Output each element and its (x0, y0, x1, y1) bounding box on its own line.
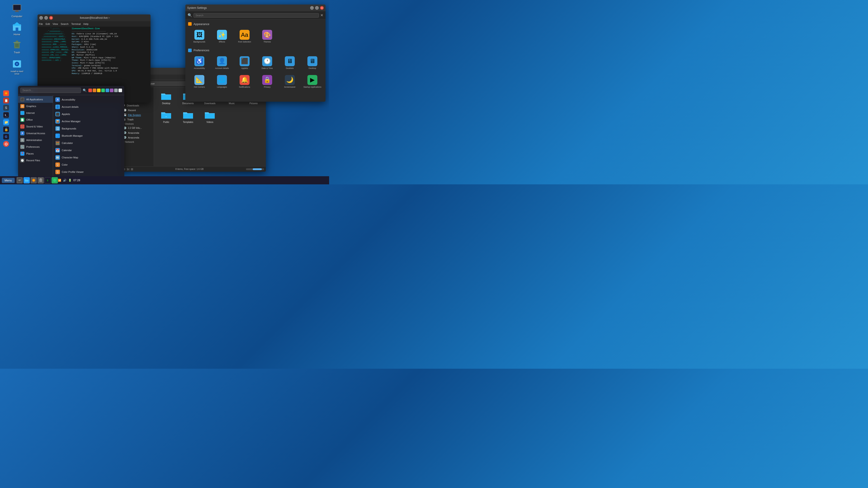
taskbar-icon-clipboard[interactable] (37, 177, 44, 184)
ss-item-startup-apps[interactable]: ▶ Startup Applications (302, 73, 323, 90)
sidebar-terminal-icon[interactable]: $_ (3, 112, 9, 118)
terminal-minimize-btn[interactable]: — (39, 16, 43, 20)
fm-folder-public[interactable]: ↔ Public (157, 109, 176, 125)
ss-close-btn[interactable]: ✕ (320, 6, 324, 10)
cat-graphics[interactable]: 🖼 Graphics (18, 103, 53, 109)
ss-item-privacy[interactable]: 🔒 Privacy (257, 73, 278, 90)
terminal-menu-help[interactable]: Help (84, 23, 89, 25)
ss-item-applets[interactable]: ⬛ Applets (234, 55, 255, 71)
app-item-account-details[interactable]: 👤 Account details (53, 103, 124, 110)
app-menu-search-input[interactable] (20, 88, 81, 93)
taskbar-icon-terminal[interactable]: $ (44, 177, 51, 184)
ss-item-screensaver[interactable]: 🌙 Screensaver (279, 73, 300, 90)
ss-search-icon: 🔍 (188, 13, 192, 18)
ss-item-font-selection[interactable]: Aa Font Selection (234, 28, 255, 45)
desktop-icon-install[interactable]: Install to Hard Drive (8, 58, 26, 76)
ss-item-desklets[interactable]: 🖥 Desklets (279, 55, 300, 71)
taskbar-icon-files[interactable] (17, 177, 23, 184)
ss-item-effects[interactable]: ✨ Effects (212, 28, 232, 45)
app-item-bluetooth[interactable]: 🔷 Bluetooth Manager (53, 132, 124, 139)
fm-sidebar-filesystem[interactable]: 💾 File System (121, 112, 154, 117)
desktop-icon-home[interactable]: Home (8, 20, 26, 37)
cat-universal-access[interactable]: ♿ Universal Access (18, 130, 53, 137)
app-item-applets[interactable]: ⬛ Applets (53, 110, 124, 118)
taskbar-icon-firefox[interactable] (31, 177, 37, 184)
app-item-calculator[interactable]: 🧮 Calculator (53, 139, 124, 147)
ss-desktop-icon: 🖥 (307, 56, 317, 66)
sidebar-app3-icon[interactable]: S (3, 105, 9, 111)
cat-all-applications[interactable]: ⬛ All Applications (18, 96, 53, 103)
sidebar-firefox-icon[interactable] (3, 90, 9, 96)
app-item-archive-manager[interactable]: 📦 Archive Manager (53, 118, 124, 125)
desktop-icon-computer[interactable]: Computer (8, 2, 26, 19)
app-item-accessibility[interactable]: ♿ Accessibility (53, 96, 124, 103)
ss-minimize-btn[interactable]: — (310, 6, 314, 10)
app-item-calendar[interactable]: 📅 Calendar (53, 147, 124, 154)
sidebar-power-icon[interactable]: ⏻ (3, 141, 9, 147)
terminal-menu-edit[interactable]: Edit (46, 23, 50, 25)
app-item-color[interactable]: 🎨 Color (53, 161, 124, 168)
fm-folder-templates[interactable]: Templates (179, 109, 198, 125)
taskbar-icon-fm[interactable] (24, 177, 30, 184)
computer-label: Computer (11, 15, 22, 18)
ss-search-input[interactable] (193, 13, 319, 18)
cat-sound-video[interactable]: 🎵 Sound & Video (18, 123, 53, 130)
terminal-maximize-btn[interactable]: □ (44, 16, 48, 20)
sidebar-folder-icon[interactable]: 📁 (3, 119, 9, 125)
ss-item-datetime[interactable]: 🕐 Date & Time (257, 55, 278, 71)
app-item-color-profile[interactable]: 🎨 Color Profile Viewer (53, 168, 124, 175)
sidebar-app2-icon[interactable]: 📋 (3, 98, 9, 103)
fm-sidebar-recent[interactable]: 🕒 Recent (121, 108, 154, 112)
cat-preferences[interactable]: 🔧 Preferences (18, 143, 53, 150)
fm-sidebar-volume1[interactable]: 💿 2.2 GB Volu... (121, 126, 154, 130)
ss-item-account-details[interactable]: 👤 Account details (212, 55, 232, 71)
sidebar-lock-icon[interactable]: 🔒 (3, 127, 9, 132)
terminal-menu-search[interactable]: Search (61, 23, 68, 25)
fm-sidebar-anaconda1[interactable]: 💿 Anaconda (121, 130, 154, 135)
install-icon (11, 59, 22, 69)
cat-office[interactable]: 📄 Office (18, 116, 53, 123)
app-item-character-map[interactable]: 🔤 Character Map (53, 154, 124, 161)
ss-item-themes[interactable]: 🎨 Themes (257, 28, 278, 45)
cat-internet[interactable]: 🌐 Internet (18, 109, 53, 116)
svg-marker-5 (12, 22, 22, 26)
taskbar-time: 07:28 (73, 179, 80, 182)
taskbar-battery-icon: 🔋 (68, 179, 72, 182)
fm-sidebar-downloads[interactable]: ⬇ Downloads (121, 103, 154, 108)
terminal-menu-terminal[interactable]: Terminal (71, 23, 81, 25)
svg-rect-3 (15, 11, 19, 12)
fm-zoom-slider[interactable] (246, 168, 264, 170)
ss-search-clear-icon[interactable]: ✕ (320, 13, 323, 18)
home-icon (11, 21, 22, 32)
ss-item-accessibility[interactable]: ♿ Accessibility (189, 55, 210, 71)
ss-item-notifications[interactable]: 🔔 Notifications (234, 73, 255, 90)
taskbar-icon-app6[interactable] (52, 177, 58, 184)
fm-folder-videos[interactable]: Videos (200, 109, 219, 125)
ss-item-languages[interactable]: 🌐 Languages (212, 73, 232, 90)
ss-item-desktop[interactable]: 🖥 Desktop (302, 55, 323, 71)
terminal-menu-file[interactable]: File (39, 23, 43, 25)
fm-sidebar-trash[interactable]: 🗑 Trash (121, 117, 154, 122)
fm-statusbar-icon3[interactable]: ⊟ (131, 168, 133, 171)
app-menu-apps-list: ♿ Accessibility 👤 Account details ⬛ Appl… (53, 95, 124, 176)
ss-item-hot-corners[interactable]: 📐 Hot Corners (189, 73, 210, 90)
terminal-menu-view[interactable]: View (53, 23, 58, 25)
fm-folder-desktop[interactable]: Desktop (157, 90, 176, 106)
sidebar-google-icon[interactable]: G (3, 134, 9, 140)
fm-statusbar-icon2[interactable]: 1c (127, 168, 129, 171)
app-menu-body: ⬛ All Applications 🖼 Graphics 🌐 Internet… (18, 95, 124, 176)
ss-maximize-btn[interactable]: □ (315, 6, 319, 10)
cat-recent-files[interactable]: 🕒 Recent Files (18, 157, 53, 164)
desktop-icon-trash[interactable]: Trash (8, 38, 26, 55)
trash-label: Trash (14, 51, 20, 54)
cat-places[interactable]: 📍 Places (18, 150, 53, 157)
fm-sidebar-anaconda2[interactable]: 💿 Anaconda (121, 135, 154, 140)
cat-administration[interactable]: ⚙ Administration (18, 137, 53, 143)
terminal-close-btn[interactable]: ✕ (49, 16, 53, 20)
app-item-backgrounds[interactable]: 🖼 Backgrounds (53, 125, 124, 132)
svg-rect-9 (16, 41, 18, 42)
ss-startup-icon: ▶ (307, 75, 317, 85)
ss-item-backgrounds[interactable]: 🖼 Backgrounds (189, 28, 210, 45)
ss-datetime-icon: 🕐 (262, 56, 272, 66)
taskbar-menu-button[interactable]: Menu (2, 178, 15, 183)
